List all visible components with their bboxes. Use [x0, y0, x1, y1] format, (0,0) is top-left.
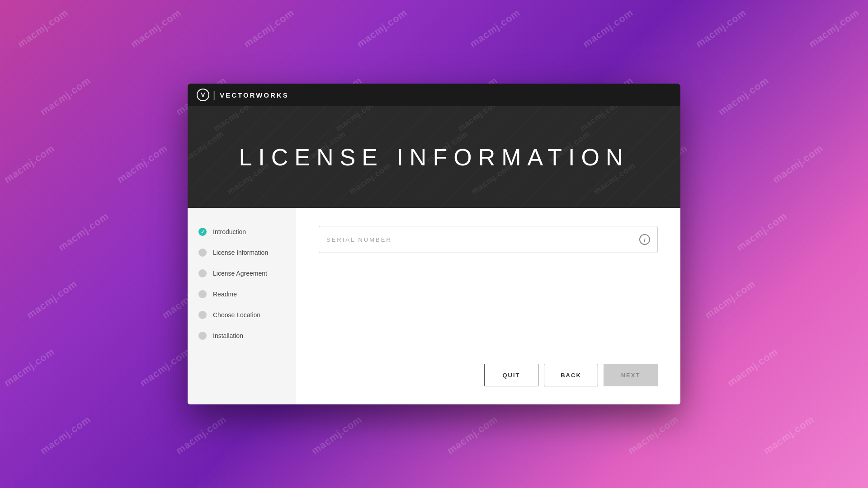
sidebar-item-label: License Agreement — [213, 270, 267, 277]
serial-number-input[interactable] — [326, 236, 637, 243]
hero-banner: macmj.com macmj.com macmj.com macmj.com … — [188, 106, 680, 208]
sidebar-item-license-information[interactable]: License Information — [188, 242, 296, 263]
sidebar-item-label: Readme — [213, 291, 237, 298]
info-icon: i — [644, 236, 646, 243]
sidebar-item-label: Introduction — [213, 228, 246, 235]
main-content-area: i QUIT BACK NEXT — [296, 208, 680, 404]
step-indicator-choose-location — [198, 311, 207, 319]
installer-dialog: V | VECTORWORKS macmj.com macmj.com macm… — [188, 84, 680, 404]
step-indicator-license-agreement — [198, 269, 207, 277]
sidebar-item-choose-location[interactable]: Choose Location — [188, 305, 296, 325]
steps-sidebar: ✓ Introduction License Information Licen… — [188, 208, 296, 404]
sidebar-item-installation[interactable]: Installation — [188, 325, 296, 346]
body-area: ✓ Introduction License Information Licen… — [188, 208, 680, 404]
sidebar-item-label: Installation — [213, 332, 243, 339]
hero-title: LICENSE INFORMATION — [239, 144, 629, 171]
quit-button[interactable]: QUIT — [484, 364, 538, 386]
logo-v-icon: V — [201, 91, 205, 99]
app-name: VECTORWORKS — [220, 91, 288, 99]
step-indicator-installation — [198, 332, 207, 340]
footer-buttons: QUIT BACK NEXT — [319, 364, 658, 386]
serial-info-button[interactable]: i — [639, 234, 650, 245]
title-bar: V | VECTORWORKS — [188, 84, 680, 106]
logo-circle: V — [197, 89, 209, 101]
checkmark-icon: ✓ — [201, 230, 205, 235]
sidebar-item-readme[interactable]: Readme — [188, 284, 296, 305]
sidebar-item-label: License Information — [213, 249, 268, 256]
step-indicator-license-info — [198, 249, 207, 257]
next-button[interactable]: NEXT — [604, 364, 658, 386]
back-button[interactable]: BACK — [544, 364, 598, 386]
logo-divider: | — [213, 90, 215, 100]
content-spacer — [319, 253, 658, 355]
sidebar-item-label: Choose Location — [213, 311, 260, 319]
sidebar-item-introduction[interactable]: ✓ Introduction — [188, 221, 296, 242]
sidebar-item-license-agreement[interactable]: License Agreement — [188, 263, 296, 284]
serial-number-field-wrapper[interactable]: i — [319, 226, 658, 253]
step-indicator-readme — [198, 290, 207, 298]
step-indicator-introduction: ✓ — [198, 228, 207, 236]
